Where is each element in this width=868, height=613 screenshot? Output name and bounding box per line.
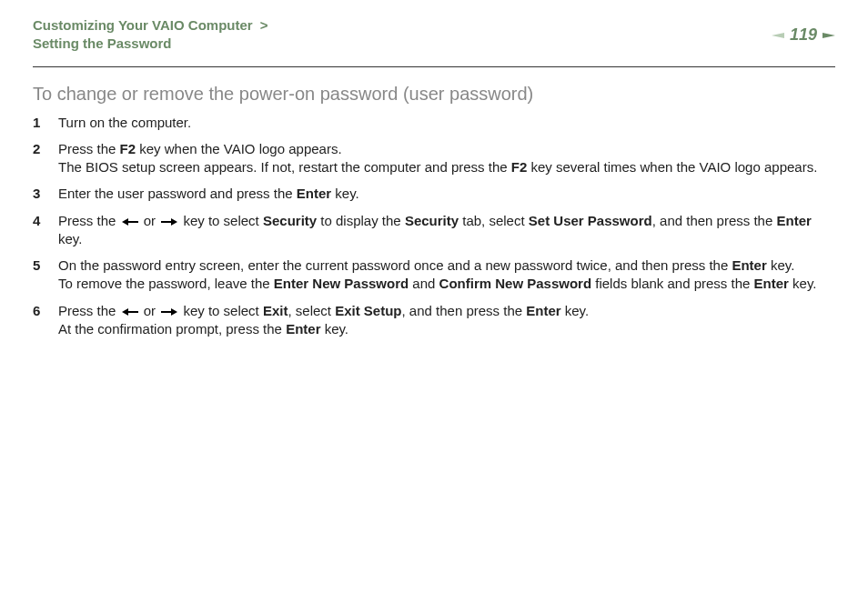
breadcrumb: Customizing Your VAIO Computer > Setting…: [33, 16, 268, 54]
label-security: Security: [263, 213, 317, 228]
label-enter-new-password: Enter New Password: [274, 276, 409, 291]
label-set-user-password: Set User Password: [529, 213, 652, 228]
label-confirm-new-password: Confirm New Password: [439, 276, 592, 291]
key-enter: Enter: [526, 303, 560, 318]
arrow-right-icon: [161, 217, 177, 226]
step-6: Press the or key to select Exit, select …: [33, 302, 835, 339]
arrow-right-icon: [161, 307, 177, 317]
svg-marker-7: [122, 308, 128, 316]
key-enter: Enter: [776, 213, 811, 228]
prev-page-arrow-icon[interactable]: [772, 30, 784, 41]
key-enter: Enter: [297, 186, 331, 201]
page-number: 119: [790, 25, 817, 45]
key-f2: F2: [120, 141, 136, 156]
arrow-left-icon: [122, 217, 138, 226]
breadcrumb-line2: Setting the Password: [33, 35, 172, 51]
svg-marker-0: [772, 33, 784, 38]
content-area: To change or remove the power-on passwor…: [0, 67, 868, 339]
key-enter: Enter: [732, 257, 766, 273]
steps-list: Turn on the computer. Press the F2 key w…: [33, 114, 835, 339]
step-5: On the password entry screen, enter the …: [33, 256, 835, 294]
key-enter: Enter: [754, 276, 789, 291]
step-4: Press the or key to select Security to d…: [33, 212, 835, 249]
step-3: Enter the user password and press the En…: [33, 185, 835, 203]
key-enter: Enter: [286, 321, 320, 337]
svg-marker-9: [171, 308, 177, 316]
page-navigation: 119: [772, 25, 835, 45]
step-1: Turn on the computer.: [33, 114, 835, 132]
breadcrumb-chevron: >: [260, 17, 268, 33]
label-exit: Exit: [263, 303, 288, 318]
page-header: Customizing Your VAIO Computer > Setting…: [0, 0, 868, 63]
svg-marker-3: [122, 218, 128, 226]
key-f2: F2: [511, 159, 528, 175]
next-page-arrow-icon[interactable]: [823, 30, 835, 41]
label-security: Security: [405, 213, 459, 228]
svg-marker-5: [171, 218, 177, 226]
label-exit-setup: Exit Setup: [335, 303, 401, 318]
breadcrumb-line1: Customizing Your VAIO Computer: [33, 17, 253, 33]
arrow-left-icon: [122, 307, 138, 317]
svg-marker-1: [823, 33, 835, 38]
step-2: Press the F2 key when the VAIO logo appe…: [33, 140, 835, 177]
section-title: To change or remove the power-on passwor…: [33, 84, 835, 105]
